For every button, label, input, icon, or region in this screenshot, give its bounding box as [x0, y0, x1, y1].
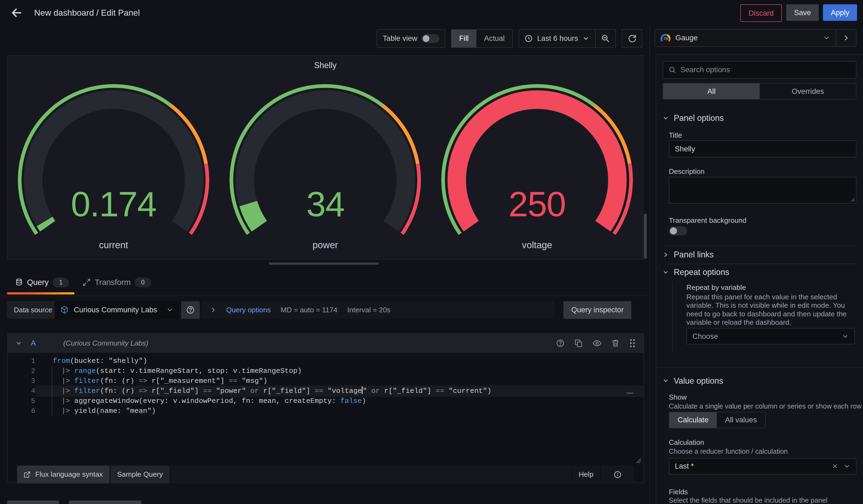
apply-button[interactable]: Apply	[823, 4, 857, 21]
max-data-points-info: MD = auto = 1174	[280, 306, 337, 314]
actual-segment[interactable]: Actual	[476, 30, 512, 47]
options-search-input[interactable]: Search options	[663, 61, 856, 79]
query-editor-footer: Flux language syntax Sample Query Help	[8, 466, 643, 483]
flux-code-editor[interactable]: 1from(bucket: "shelly")2 |> range(start:…	[8, 353, 643, 466]
description-field-label: Description	[669, 167, 704, 176]
section-repeat-options[interactable]: Repeat options	[663, 267, 729, 277]
repeat-by-variable-label: Repeat by variable	[686, 284, 746, 292]
section-value-options[interactable]: Value options	[663, 376, 723, 386]
table-view-group: Table view	[377, 29, 445, 48]
back-arrow-icon[interactable]	[9, 5, 24, 21]
help-button[interactable]: Help	[572, 466, 600, 483]
query-options-bar: Query options MD = auto = 1174 Interval …	[202, 301, 554, 319]
chevron-down-icon	[842, 333, 849, 340]
calculate-segment[interactable]: Calculate	[670, 412, 717, 428]
datasource-picker[interactable]: Curious Community Labs	[54, 301, 179, 319]
code-line: 6 |> yield(name: "mean")	[8, 406, 643, 416]
query-datasource-subtitle: (Curious Community Labs)	[63, 339, 550, 348]
collapse-options-pane-button[interactable]	[836, 30, 856, 46]
grafana-edit-panel-screen: New dashboard / Edit Panel Discard Save …	[0, 0, 863, 504]
add-query-button-cropped[interactable]	[7, 501, 59, 504]
trash-icon[interactable]	[611, 339, 620, 348]
page-title: New dashboard / Edit Panel	[34, 8, 140, 18]
eye-icon[interactable]	[592, 339, 602, 348]
tab-transform[interactable]: Transform 0	[83, 270, 151, 295]
add-expression-button-cropped[interactable]	[69, 501, 142, 504]
zoom-out-button[interactable]	[596, 30, 615, 47]
panel-preview: Shelly 0.174current34power250voltage	[7, 55, 643, 260]
tab-all[interactable]: All	[663, 84, 760, 99]
help-circle-icon[interactable]	[556, 339, 565, 348]
gauge-viz-icon: 79	[661, 34, 671, 42]
info-circle-icon	[613, 470, 622, 479]
gauge-label: power	[220, 240, 431, 250]
chevron-down-icon	[166, 306, 173, 313]
gauge-power: 34power	[220, 72, 431, 259]
visualization-picker[interactable]: 79 Gauge	[655, 30, 836, 46]
panel-description-textarea[interactable]	[669, 177, 856, 204]
gauge-current: 0.174current	[8, 72, 219, 259]
tab-query[interactable]: Query 1	[15, 270, 69, 295]
time-range-picker[interactable]: Last 6 hours	[519, 30, 595, 47]
top-bar: New dashboard / Edit Panel Discard Save …	[0, 0, 863, 26]
transparent-background-label: Transparent background	[669, 216, 747, 225]
query-ref-id: A	[31, 339, 36, 348]
active-tab-underline	[7, 292, 74, 294]
discard-button[interactable]: Discard	[740, 4, 782, 22]
query-options-toggle[interactable]: Query options	[226, 306, 271, 314]
transparent-background-toggle[interactable]	[669, 226, 687, 236]
clear-x-icon[interactable]	[831, 463, 838, 469]
code-line: 3 |> filter(fn: (r) => r["_measurement"]…	[8, 376, 643, 386]
section-divider	[656, 367, 863, 368]
main-scrollbar-thumb[interactable]	[644, 214, 647, 259]
query-inspector-button[interactable]: Query inspector	[563, 301, 631, 319]
flux-syntax-button[interactable]: Flux language syntax	[17, 466, 110, 483]
fill-segment[interactable]: Fill	[451, 30, 476, 47]
refresh-icon	[627, 34, 636, 43]
all-overrides-tabs: All Overrides	[663, 83, 856, 100]
tab-overrides[interactable]: Overrides	[760, 84, 856, 99]
editor-resize-corner-icon[interactable]	[636, 458, 641, 464]
table-view-label: Table view	[383, 34, 417, 43]
repeat-by-variable-description: Repeat this panel for each value in the …	[686, 293, 858, 327]
show-mode-segmented: Calculate All values	[669, 412, 766, 428]
calculation-description: Choose a reducer function / calculation	[669, 448, 788, 455]
datasource-help-button[interactable]	[181, 301, 200, 319]
interval-info: Interval = 20s	[347, 306, 391, 314]
drag-grip-icon[interactable]	[629, 339, 636, 348]
section-panel-options[interactable]: Panel options	[663, 113, 724, 123]
chevron-down-icon	[823, 34, 830, 41]
table-view-toggle[interactable]	[422, 34, 439, 43]
code-line: 2 |> range(start: v.timeRangeStart, stop…	[8, 366, 643, 376]
refresh-button[interactable]	[622, 30, 642, 47]
section-panel-links[interactable]: Panel links	[663, 250, 713, 259]
duplicate-icon[interactable]	[574, 339, 583, 348]
options-search-placeholder: Search options	[680, 65, 730, 74]
tab-query-label: Query	[27, 278, 49, 287]
panel-resize-handle[interactable]	[269, 263, 379, 265]
refresh-group	[622, 29, 642, 48]
show-description: Calculate a single value per column or s…	[669, 402, 862, 410]
influxdb-icon	[60, 305, 69, 314]
calculation-select[interactable]: Last *	[669, 458, 856, 475]
sample-query-button[interactable]: Sample Query	[111, 466, 170, 483]
time-range-group: Last 6 hours	[518, 29, 616, 48]
overview-ruler-mark	[626, 393, 634, 394]
save-button[interactable]: Save	[786, 4, 819, 21]
transform-icon	[83, 278, 91, 287]
collapse-query-chevron-icon[interactable]	[15, 340, 22, 346]
repeat-variable-select[interactable]: Choose	[686, 328, 855, 344]
clock-icon	[525, 34, 533, 43]
all-values-segment[interactable]: All values	[717, 412, 765, 428]
flux-syntax-label: Flux language syntax	[35, 470, 103, 479]
chevron-down-icon	[583, 35, 589, 42]
panel-title-input[interactable]	[669, 140, 856, 158]
external-link-icon	[24, 471, 30, 478]
info-button[interactable]	[601, 466, 634, 483]
datasource-row: Data source Curious Community Labs Query…	[0, 301, 647, 319]
fill-actual-group: Fill Actual	[451, 29, 513, 48]
chevron-right-icon	[210, 307, 216, 313]
visualization-name: Gauge	[675, 34, 818, 42]
query-editor-card: A (Curious Community Labs)	[7, 333, 644, 483]
visualization-picker-row: 79 Gauge	[654, 29, 856, 47]
